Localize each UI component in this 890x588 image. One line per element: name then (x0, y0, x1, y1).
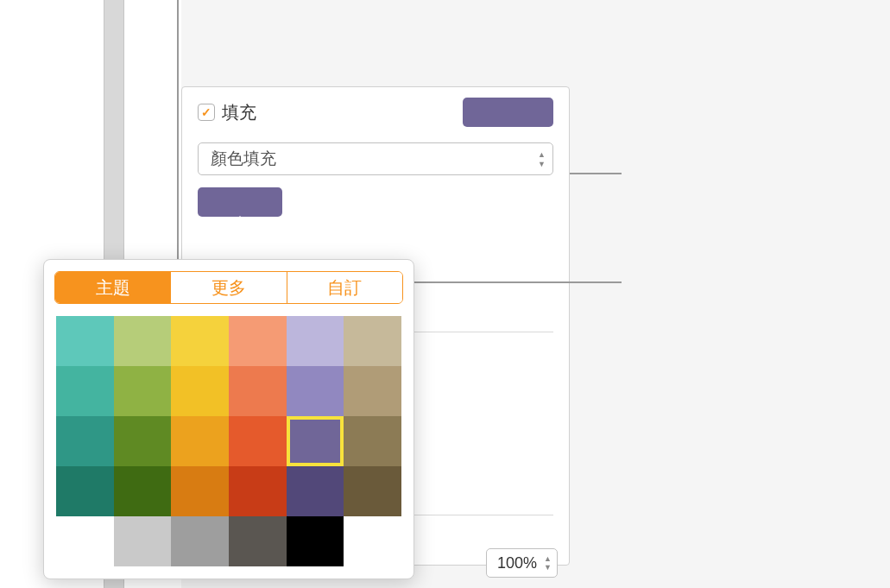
color-swatch[interactable] (171, 416, 229, 466)
color-swatch[interactable] (287, 466, 344, 516)
color-popover: 主題更多自訂 (43, 259, 414, 579)
popover-tab[interactable]: 主題 (55, 272, 171, 303)
fill-preview-swatch[interactable] (463, 98, 553, 127)
color-swatch[interactable] (114, 316, 172, 366)
popover-tab[interactable]: 更多 (171, 272, 287, 303)
color-swatch[interactable] (56, 466, 114, 516)
color-swatch[interactable] (114, 466, 172, 516)
color-swatch[interactable] (287, 366, 344, 416)
fill-color-well[interactable] (198, 187, 282, 217)
color-swatch[interactable] (229, 516, 287, 566)
callout-line (414, 281, 622, 283)
color-swatch[interactable] (114, 366, 172, 416)
color-swatch[interactable] (287, 416, 344, 466)
color-swatch[interactable] (56, 316, 114, 366)
color-swatch[interactable] (229, 316, 287, 366)
fill-label: 填充 (222, 101, 256, 124)
color-grid (44, 304, 413, 579)
color-swatch[interactable] (287, 316, 344, 366)
zoom-stepper-icon[interactable]: ▲▼ (544, 555, 552, 572)
fill-type-value: 顏色填充 (211, 148, 276, 170)
fill-type-dropdown[interactable]: 顏色填充 ▲▼ (198, 142, 553, 175)
color-swatch[interactable] (56, 516, 114, 566)
color-swatch[interactable] (171, 366, 229, 416)
color-swatch[interactable] (344, 416, 401, 466)
color-swatch[interactable] (56, 416, 114, 466)
chevron-updown-icon: ▲▼ (538, 150, 546, 168)
color-swatch[interactable] (344, 316, 401, 366)
color-swatch[interactable] (171, 516, 229, 566)
color-swatch[interactable] (171, 316, 229, 366)
color-swatch[interactable] (344, 466, 401, 516)
popover-tab[interactable]: 自訂 (287, 272, 402, 303)
color-swatch[interactable] (287, 516, 344, 566)
callout-line (177, 0, 179, 279)
color-swatch[interactable] (171, 466, 229, 516)
color-swatch[interactable] (56, 366, 114, 416)
color-swatch[interactable] (344, 366, 401, 416)
color-swatch[interactable] (114, 516, 172, 566)
zoom-value: 100% (497, 554, 537, 572)
fill-checkbox[interactable]: ✓ (198, 104, 215, 121)
color-swatch[interactable] (229, 366, 287, 416)
color-swatch[interactable] (229, 466, 287, 516)
color-swatch[interactable] (229, 416, 287, 466)
color-swatch[interactable] (114, 416, 172, 466)
callout-line (570, 173, 622, 174)
popover-tabs: 主題更多自訂 (54, 271, 403, 304)
zoom-control[interactable]: 100% ▲▼ (486, 548, 558, 578)
fill-header: ✓ 填充 (198, 98, 553, 127)
